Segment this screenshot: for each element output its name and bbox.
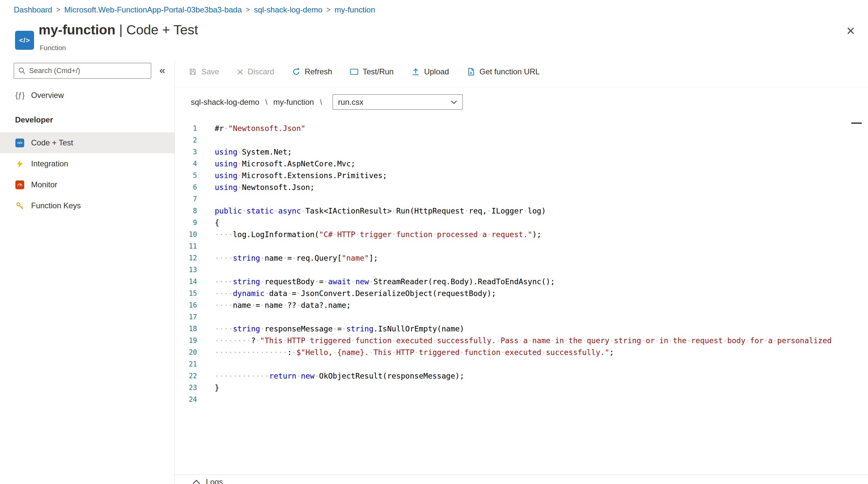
logs-panel-toggle[interactable]: Logs (192, 478, 223, 484)
code-text: using·System.Net; (215, 146, 292, 158)
code-line[interactable]: 17 (175, 311, 868, 323)
code-line[interactable]: 3using·System.Net; (175, 146, 868, 158)
code-line[interactable]: 22············return·new·OkObjectResult(… (175, 370, 868, 382)
search-input[interactable] (29, 66, 147, 75)
code-line[interactable]: 2 (175, 134, 868, 146)
overview-icon: {ƒ} (16, 91, 24, 100)
line-number: 19 (175, 335, 197, 346)
sidebar-item-label: Code + Test (31, 138, 73, 147)
save-button[interactable]: Save (188, 67, 219, 76)
code-line[interactable]: 20················:·$"Hello,·{name}.·Thi… (175, 346, 868, 358)
code-text: using·Microsoft.AspNetCore.Mvc; (215, 158, 355, 170)
line-number: 4 (175, 158, 197, 170)
code-line[interactable]: 4using·Microsoft.AspNetCore.Mvc; (175, 158, 868, 170)
sidebar-item-monitor[interactable]: Monitor (0, 174, 175, 195)
code-editor[interactable]: 1#r·"Newtonsoft.Json"23using·System.Net;… (175, 122, 868, 474)
upload-button[interactable]: Upload (411, 67, 449, 76)
breadcrumb-link-functionapp-portal[interactable]: Microsoft.Web-FunctionApp-Portal-03be3ba… (64, 5, 242, 14)
save-label: Save (201, 67, 219, 76)
code-text: using·Newtonsoft.Json; (215, 181, 314, 193)
get-function-url-label: Get function URL (479, 67, 540, 76)
line-number: 14 (175, 276, 197, 288)
toolbar-divider (175, 87, 868, 87)
code-line[interactable]: 6using·Newtonsoft.Json; (175, 181, 868, 193)
refresh-button[interactable]: Refresh (292, 67, 332, 76)
close-icon[interactable]: × (846, 24, 855, 38)
line-number: 23 (175, 382, 197, 394)
code-line[interactable]: 14····string·requestBody·=·await·new·Str… (175, 276, 868, 288)
code-line[interactable]: 9{ (175, 217, 868, 229)
code-lines[interactable]: 1#r·"Newtonsoft.Json"23using·System.Net;… (175, 122, 868, 405)
sidebar-item-label: Function Keys (31, 201, 81, 210)
chevron-down-icon (451, 100, 457, 104)
function-icon-glyph: </> (19, 36, 30, 44)
code-line[interactable]: 10····log.LogInformation("C#·HTTP·trigge… (175, 229, 868, 240)
save-icon (188, 67, 197, 76)
code-line[interactable]: 23} (175, 382, 868, 394)
lightning-icon (16, 159, 24, 168)
line-number: 6 (175, 181, 197, 193)
line-number: 21 (175, 358, 197, 370)
page-title-function-name: my-function (39, 22, 116, 37)
refresh-label: Refresh (305, 67, 332, 76)
search-box[interactable] (14, 63, 151, 79)
sidebar-item-label: Overview (31, 91, 64, 100)
code-line[interactable]: 18····string·responseMessage·=·string.Is… (175, 323, 868, 335)
line-number: 16 (175, 299, 197, 311)
code-line[interactable]: 13 (175, 264, 868, 276)
search-icon (18, 67, 26, 75)
line-number: 22 (175, 370, 197, 382)
breadcrumb-link-dashboard[interactable]: Dashboard (14, 5, 52, 14)
page-title: my-function | Code + Test (39, 22, 198, 38)
line-number: 7 (175, 193, 197, 205)
code-text: public·static·async·Task<IActionResult>·… (215, 205, 546, 217)
breadcrumb-link-function-app[interactable]: sql-shack-log-demo (254, 5, 322, 14)
line-number: 11 (175, 240, 197, 252)
test-run-button[interactable]: Test/Run (350, 67, 394, 76)
code-line[interactable]: 24 (175, 394, 868, 405)
code-line[interactable]: 11 (175, 240, 868, 252)
code-line[interactable]: 5using·Microsoft.Extensions.Primitives; (175, 170, 868, 181)
code-text: ····dynamic·data·=·JsonConvert.Deseriali… (215, 288, 496, 299)
discard-label: Discard (248, 67, 274, 76)
page-subtitle: Function (40, 44, 66, 52)
sidebar-item-label: Monitor (31, 180, 57, 189)
chevron-up-icon (192, 480, 200, 484)
logs-label: Logs (206, 478, 223, 484)
get-function-url-button[interactable]: Get function URL (467, 67, 540, 76)
line-number: 12 (175, 252, 197, 264)
code-text: #r·"Newtonsoft.Json" (215, 122, 305, 134)
collapse-sidebar-icon[interactable]: « (159, 64, 165, 76)
path-app-name: sql-shack-log-demo (191, 98, 259, 107)
line-number: 2 (175, 134, 197, 146)
logs-divider (175, 475, 868, 475)
code-line[interactable]: 19········?·"This·HTTP·triggered·functio… (175, 335, 868, 346)
file-dropdown[interactable]: run.csx (333, 94, 463, 110)
code-line[interactable]: 1#r·"Newtonsoft.Json" (175, 122, 868, 134)
code-line[interactable]: 12····string·name·=·req.Query["name"]; (175, 252, 868, 264)
breadcrumb: Dashboard > Microsoft.Web-FunctionApp-Po… (14, 5, 375, 14)
key-icon (16, 202, 24, 210)
code-line[interactable]: 7 (175, 193, 868, 205)
sidebar-item-overview[interactable]: {ƒ} Overview (0, 86, 175, 105)
sidebar-item-integration[interactable]: Integration (0, 153, 175, 174)
code-line[interactable]: 21 (175, 358, 868, 370)
code-line[interactable]: 15····dynamic·data·=·JsonConvert.Deseria… (175, 288, 868, 299)
breadcrumb-link-function[interactable]: my-function (335, 5, 375, 14)
line-number: 5 (175, 170, 197, 181)
line-number: 1 (175, 122, 197, 134)
test-run-icon (350, 67, 359, 76)
line-number: 17 (175, 311, 197, 323)
sidebar-item-code-test[interactable]: </> Code + Test (0, 132, 175, 153)
discard-button[interactable]: × Discard (237, 66, 274, 77)
code-text: ····log.LogInformation("C#·HTTP·trigger·… (215, 229, 541, 240)
path-separator: \ (265, 98, 268, 107)
code-glyph: </> (17, 141, 23, 145)
function-app-icon: </> (15, 31, 34, 50)
sidebar-item-function-keys[interactable]: Function Keys (0, 195, 175, 216)
path-function-name: my-function (273, 98, 314, 107)
page-title-suffix: | Code + Test (116, 22, 198, 37)
editor-overview-ruler-mark (851, 122, 862, 124)
code-line[interactable]: 8public·static·async·Task<IActionResult>… (175, 205, 868, 217)
code-line[interactable]: 16····name·=·name·??·data?.name; (175, 299, 868, 311)
